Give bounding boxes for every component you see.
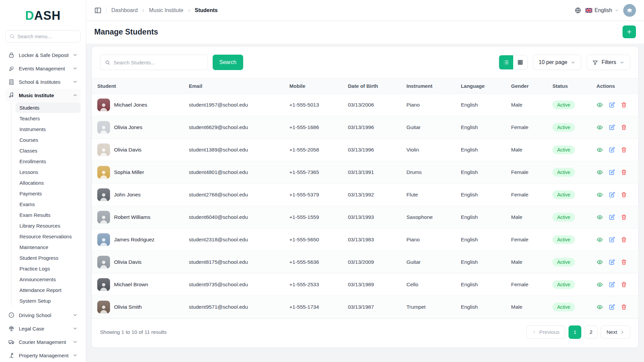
edit-button[interactable] xyxy=(608,236,615,243)
delete-button[interactable] xyxy=(621,214,627,221)
column-header-email: Email xyxy=(183,78,284,94)
student-language: English xyxy=(455,206,506,229)
eye-icon xyxy=(596,236,603,243)
view-button[interactable] xyxy=(596,169,603,176)
sidebar-item-school-institutes[interactable]: School & Institutes xyxy=(5,75,80,88)
submenu-item-enrollments[interactable]: Enrollments xyxy=(15,156,80,167)
delete-button[interactable] xyxy=(621,259,627,265)
delete-button[interactable] xyxy=(621,124,627,131)
add-student-button[interactable] xyxy=(623,25,636,38)
sidebar-item-legal-case[interactable]: Legal Case xyxy=(5,322,80,335)
sidebar-item-locker-safe-deposit[interactable]: Locker & Safe Deposit xyxy=(5,49,80,61)
view-button[interactable] xyxy=(596,191,603,198)
sidebar-item-courier-management[interactable]: Courier Management xyxy=(5,336,80,348)
edit-button[interactable] xyxy=(608,214,615,221)
submenu-item-exams[interactable]: Exams xyxy=(15,199,80,209)
sidebar-item-music-institute[interactable]: Music Institute xyxy=(5,89,80,102)
submenu-item-announcements[interactable]: Announcements xyxy=(15,274,80,285)
breadcrumb-dashboard[interactable]: Dashboard xyxy=(111,7,138,13)
edit-button[interactable] xyxy=(608,304,615,310)
submenu-item-lessons[interactable]: Lessons xyxy=(15,167,80,177)
language-selector[interactable]: English xyxy=(585,7,619,13)
globe-icon[interactable] xyxy=(575,7,581,14)
sidebar-search-input[interactable] xyxy=(17,34,76,39)
trash-icon xyxy=(621,169,627,176)
submenu-item-system-setup[interactable]: System Setup xyxy=(15,295,80,306)
view-button[interactable] xyxy=(596,259,603,265)
edit-button[interactable] xyxy=(608,169,615,176)
edit-button[interactable] xyxy=(608,191,615,198)
sidebar-item-events-management[interactable]: Events Management xyxy=(5,62,80,75)
table-row[interactable]: James Rodriguez student2318@school.edu +… xyxy=(92,229,638,251)
submenu-item-student-progress[interactable]: Student Progress xyxy=(15,252,80,263)
students-search[interactable] xyxy=(100,55,208,70)
edit-pencil-icon xyxy=(608,236,615,243)
filters-button[interactable]: Filters xyxy=(587,55,630,70)
edit-button[interactable] xyxy=(608,146,615,153)
submenu-item-resource-reservations[interactable]: Resource Reservations xyxy=(15,231,80,242)
delete-button[interactable] xyxy=(621,146,627,153)
table-row[interactable]: Olivia Davis student1389@school.edu +1-5… xyxy=(92,139,638,161)
sidebar-item-property-management[interactable]: Property Management xyxy=(5,349,80,362)
submenu-item-attendance-report[interactable]: Attendance Report xyxy=(15,285,80,295)
submenu-item-library-resources[interactable]: Library Resources xyxy=(15,220,80,231)
submenu-item-payments[interactable]: Payments xyxy=(15,188,80,199)
edit-button[interactable] xyxy=(608,259,615,265)
list-view-button[interactable] xyxy=(499,55,513,69)
view-button[interactable] xyxy=(596,146,603,153)
student-name: Michael Jones xyxy=(114,102,147,108)
submenu-item-instruments[interactable]: Instruments xyxy=(15,124,80,134)
view-button[interactable] xyxy=(596,304,603,310)
sidebar-toggle-icon[interactable] xyxy=(94,7,102,14)
delete-button[interactable] xyxy=(621,236,627,243)
table-row[interactable]: Olivia Davis student8175@school.edu +1-5… xyxy=(92,251,638,274)
chevron-down-icon xyxy=(72,326,78,331)
grid-view-button[interactable] xyxy=(513,55,527,69)
eye-icon xyxy=(596,281,603,288)
table-row[interactable]: John Jones student2768@school.edu +1-555… xyxy=(92,184,638,206)
sidebar-item-driving-school[interactable]: Driving School xyxy=(5,309,80,321)
table-row[interactable]: Robert Williams student6040@school.edu +… xyxy=(92,206,638,229)
previous-page-button[interactable]: Previous xyxy=(526,325,565,339)
table-row[interactable]: Michael Brown student9735@school.edu +1-… xyxy=(92,274,638,296)
submenu-item-practice-logs[interactable]: Practice Logs xyxy=(15,263,80,274)
filters-label: Filters xyxy=(601,59,616,65)
results-summary: Showing 1 to 10 of 11 results xyxy=(100,329,167,335)
breadcrumb-music-institute[interactable]: Music Institute xyxy=(149,7,183,13)
view-button[interactable] xyxy=(596,214,603,221)
submenu-item-classes[interactable]: Classes xyxy=(15,145,80,156)
students-search-input[interactable] xyxy=(114,60,203,65)
view-button[interactable] xyxy=(596,236,603,243)
edit-button[interactable] xyxy=(608,281,615,288)
edit-button[interactable] xyxy=(608,124,615,131)
table-row[interactable]: Sophia Miller student4801@school.edu +1-… xyxy=(92,161,638,184)
edit-button[interactable] xyxy=(608,102,615,108)
submenu-item-allocations[interactable]: Allocations xyxy=(15,177,80,188)
view-button[interactable] xyxy=(596,102,603,108)
per-page-select[interactable]: 10 per page xyxy=(533,55,581,70)
view-button[interactable] xyxy=(596,281,603,288)
delete-button[interactable] xyxy=(621,304,627,310)
table-row[interactable]: Olivia Jones student6629@school.edu +1-5… xyxy=(92,116,638,139)
student-language: English xyxy=(455,229,506,251)
next-page-button[interactable]: Next xyxy=(601,325,630,339)
page-button-2[interactable]: 2 xyxy=(585,325,597,339)
table-row[interactable]: Michael Jones student1957@school.edu +1-… xyxy=(92,94,638,116)
delete-button[interactable] xyxy=(621,281,627,288)
student-language: English xyxy=(455,251,506,274)
delete-button[interactable] xyxy=(621,191,627,198)
submenu-item-exam-results[interactable]: Exam Results xyxy=(15,209,80,220)
edit-pencil-icon xyxy=(608,259,615,265)
delete-button[interactable] xyxy=(621,169,627,176)
sidebar-search[interactable] xyxy=(5,30,80,43)
submenu-item-students[interactable]: Students xyxy=(15,102,80,113)
submenu-item-courses[interactable]: Courses xyxy=(15,134,80,145)
delete-button[interactable] xyxy=(621,102,627,108)
page-button-1[interactable]: 1 xyxy=(569,325,581,339)
view-button[interactable] xyxy=(596,124,603,131)
user-avatar[interactable] xyxy=(623,4,636,17)
submenu-item-maintenance[interactable]: Maintenance xyxy=(15,242,80,252)
table-row[interactable]: Olivia Smith student9571@school.edu +1-5… xyxy=(92,296,638,318)
submenu-item-teachers[interactable]: Teachers xyxy=(15,113,80,124)
search-button[interactable]: Search xyxy=(213,55,243,70)
